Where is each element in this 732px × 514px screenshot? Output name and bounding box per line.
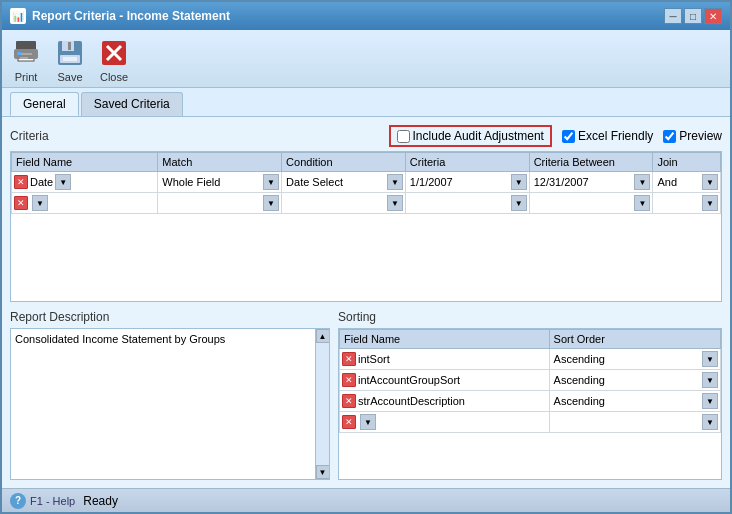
criteria-row2-condition-dropdown[interactable]: ▼ <box>387 195 403 211</box>
sorting-section: Sorting Field Name Sort Order <box>338 310 722 480</box>
title-buttons: ─ □ ✕ <box>664 8 722 24</box>
svg-rect-10 <box>63 57 77 61</box>
sort-row3-order-dropdown[interactable]: ▼ <box>702 393 718 409</box>
help-label: F1 - Help <box>30 495 75 507</box>
sort-col-sort-order: Sort Order <box>549 330 720 349</box>
help-icon: ? <box>10 493 26 509</box>
col-join: Join <box>653 153 721 172</box>
close-label: Close <box>100 71 128 83</box>
sort-row4-remove-btn[interactable]: ✕ <box>342 415 356 429</box>
sort-row4-order <box>552 421 702 423</box>
sort-row4-field-dropdown[interactable]: ▼ <box>360 414 376 430</box>
criteria-row1-match-cell: Whole Field ▼ <box>158 172 282 193</box>
sort-row1-remove-btn[interactable]: ✕ <box>342 352 356 366</box>
criteria-row2-remove-btn[interactable]: ✕ <box>14 196 28 210</box>
report-description-scrollbar[interactable]: ▲ ▼ <box>315 329 329 479</box>
criteria-row1-between-cell: 12/31/2007 ▼ <box>529 172 653 193</box>
sort-row1-field-cell: ✕ intSort <box>340 349 550 370</box>
criteria-row1-criteria-cell: 1/1/2007 ▼ <box>405 172 529 193</box>
sort-row2-order-dropdown[interactable]: ▼ <box>702 372 718 388</box>
scroll-track <box>316 343 329 465</box>
report-description-wrapper: Consolidated Income Statement by Groups … <box>10 328 330 480</box>
criteria-row1-fieldname-cell: ✕ Date ▼ <box>12 172 158 193</box>
print-label: Print <box>15 71 38 83</box>
maximize-button[interactable]: □ <box>684 8 702 24</box>
criteria-row1-match-dropdown[interactable]: ▼ <box>263 174 279 190</box>
save-toolbar-item[interactable]: Save <box>54 37 86 83</box>
window-title: Report Criteria - Income Statement <box>32 9 230 23</box>
sort-row3-order: Ascending <box>552 394 702 408</box>
audit-adjustment-checkbox[interactable] <box>397 130 410 143</box>
sort-row2-remove-btn[interactable]: ✕ <box>342 373 356 387</box>
criteria-row2-match-cell: ▼ <box>158 193 282 214</box>
col-match: Match <box>158 153 282 172</box>
scroll-down-btn[interactable]: ▼ <box>316 465 330 479</box>
criteria-row1-condition: Date Select <box>284 175 387 189</box>
window-close-button[interactable]: ✕ <box>704 8 722 24</box>
criteria-row1-condition-dropdown[interactable]: ▼ <box>387 174 403 190</box>
minimize-button[interactable]: ─ <box>664 8 682 24</box>
criteria-label: Criteria <box>10 129 49 143</box>
report-description-section: Report Description Consolidated Income S… <box>10 310 330 480</box>
criteria-row2-between <box>532 202 635 204</box>
criteria-row2-condition <box>284 202 387 204</box>
criteria-row1-join-dropdown[interactable]: ▼ <box>702 174 718 190</box>
criteria-section: Criteria Include Audit Adjustment Excel … <box>10 125 722 302</box>
criteria-row2-fieldname-dropdown[interactable]: ▼ <box>32 195 48 211</box>
criteria-row2-join-dropdown[interactable]: ▼ <box>702 195 718 211</box>
preview-checkbox[interactable] <box>663 130 676 143</box>
sort-row1-order-dropdown[interactable]: ▼ <box>702 351 718 367</box>
tab-saved-criteria[interactable]: Saved Criteria <box>81 92 183 116</box>
scroll-up-btn[interactable]: ▲ <box>316 329 330 343</box>
sort-row-1: ✕ intSort Ascending ▼ <box>340 349 721 370</box>
sort-row4-order-dropdown[interactable]: ▼ <box>702 414 718 430</box>
col-condition: Condition <box>282 153 406 172</box>
svg-rect-3 <box>20 53 32 55</box>
criteria-row-2: ✕ ▼ ▼ <box>12 193 721 214</box>
criteria-row2-match <box>160 202 263 204</box>
print-toolbar-item[interactable]: Print <box>10 37 42 83</box>
status-bar: ? F1 - Help Ready <box>2 488 730 512</box>
tab-general[interactable]: General <box>10 92 79 116</box>
close-toolbar-item[interactable]: Close <box>98 37 130 83</box>
sort-row3-field-cell: ✕ strAccountDescription <box>340 391 550 412</box>
sorting-label: Sorting <box>338 310 722 324</box>
criteria-row1-remove-btn[interactable]: ✕ <box>14 175 28 189</box>
criteria-row1-between-dropdown[interactable]: ▼ <box>634 174 650 190</box>
excel-friendly-item[interactable]: Excel Friendly <box>562 129 653 143</box>
sorting-table-container: Field Name Sort Order ✕ intSort <box>338 328 722 480</box>
col-criteria-between: Criteria Between <box>529 153 653 172</box>
sort-row3-remove-btn[interactable]: ✕ <box>342 394 356 408</box>
sort-row4-field-cell: ✕ ▼ <box>340 412 550 433</box>
criteria-row2-criteria <box>408 202 511 204</box>
content-area: Criteria Include Audit Adjustment Excel … <box>2 117 730 488</box>
criteria-row2-between-dropdown[interactable]: ▼ <box>634 195 650 211</box>
status-text: Ready <box>83 494 118 508</box>
criteria-row1-criteria-dropdown[interactable]: ▼ <box>511 174 527 190</box>
toolbar: Print Save Close <box>2 30 730 88</box>
save-icon <box>54 37 86 69</box>
sort-row3-field: strAccountDescription <box>358 395 465 407</box>
audit-adjustment-label: Include Audit Adjustment <box>413 129 544 143</box>
criteria-header: Criteria Include Audit Adjustment Excel … <box>10 125 722 147</box>
close-icon <box>98 37 130 69</box>
criteria-row2-join-cell: ▼ <box>653 193 721 214</box>
criteria-row1-condition-cell: Date Select ▼ <box>282 172 406 193</box>
bottom-section: Report Description Consolidated Income S… <box>10 310 722 480</box>
sort-row2-field-cell: ✕ intAccountGroupSort <box>340 370 550 391</box>
sort-row1-order: Ascending <box>552 352 702 366</box>
criteria-row2-match-dropdown[interactable]: ▼ <box>263 195 279 211</box>
report-description-text[interactable]: Consolidated Income Statement by Groups <box>11 329 315 479</box>
excel-friendly-checkbox[interactable] <box>562 130 575 143</box>
criteria-row1-between: 12/31/2007 <box>532 175 635 189</box>
sort-row-2: ✕ intAccountGroupSort Ascending ▼ <box>340 370 721 391</box>
svg-rect-8 <box>68 42 71 50</box>
criteria-row2-between-cell: ▼ <box>529 193 653 214</box>
col-criteria: Criteria <box>405 153 529 172</box>
sorting-table: Field Name Sort Order ✕ intSort <box>339 329 721 433</box>
sort-row-4: ✕ ▼ ▼ <box>340 412 721 433</box>
criteria-row1-fieldname-dropdown[interactable]: ▼ <box>55 174 71 190</box>
help-button[interactable]: ? F1 - Help <box>10 493 75 509</box>
criteria-row2-criteria-dropdown[interactable]: ▼ <box>511 195 527 211</box>
preview-item[interactable]: Preview <box>663 129 722 143</box>
